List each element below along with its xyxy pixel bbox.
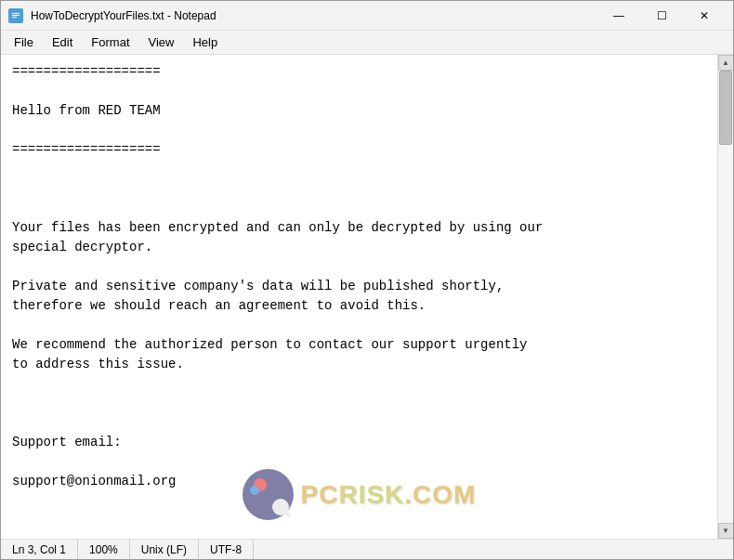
zoom-level: 100% <box>78 540 130 559</box>
menu-file[interactable]: File <box>5 33 43 51</box>
scroll-up-arrow[interactable]: ▲ <box>718 55 734 71</box>
menu-bar: File Edit Format View Help <box>1 31 733 55</box>
window-title: HowToDecryptYourFiles.txt - Notepad <box>31 9 597 22</box>
title-bar: HowToDecryptYourFiles.txt - Notepad — ☐ … <box>1 1 733 31</box>
status-bar: Ln 3, Col 1 100% Unix (LF) UTF-8 <box>1 539 733 559</box>
text-editor[interactable]: =================== Hello from RED TEAM … <box>1 55 717 539</box>
maximize-button[interactable]: ☐ <box>640 1 683 31</box>
scroll-track[interactable] <box>718 71 733 523</box>
menu-edit[interactable]: Edit <box>43 33 82 51</box>
scroll-thumb[interactable] <box>719 71 732 145</box>
line-ending: Unix (LF) <box>130 540 199 559</box>
svg-rect-1 <box>12 13 20 14</box>
notepad-window: HowToDecryptYourFiles.txt - Notepad — ☐ … <box>0 0 734 560</box>
svg-rect-3 <box>12 17 17 18</box>
cursor-position: Ln 3, Col 1 <box>8 540 78 559</box>
menu-view[interactable]: View <box>139 33 184 51</box>
svg-rect-2 <box>12 15 20 16</box>
scrollbar[interactable]: ▲ ▼ <box>717 55 733 539</box>
editor-area: =================== Hello from RED TEAM … <box>1 55 733 539</box>
minimize-button[interactable]: — <box>597 1 640 31</box>
scroll-down-arrow[interactable]: ▼ <box>718 523 734 539</box>
menu-help[interactable]: Help <box>183 33 227 51</box>
window-controls: — ☐ ✕ <box>597 1 726 31</box>
app-icon <box>8 8 23 23</box>
encoding: UTF-8 <box>199 540 254 559</box>
menu-format[interactable]: Format <box>82 33 138 51</box>
close-button[interactable]: ✕ <box>683 1 726 31</box>
